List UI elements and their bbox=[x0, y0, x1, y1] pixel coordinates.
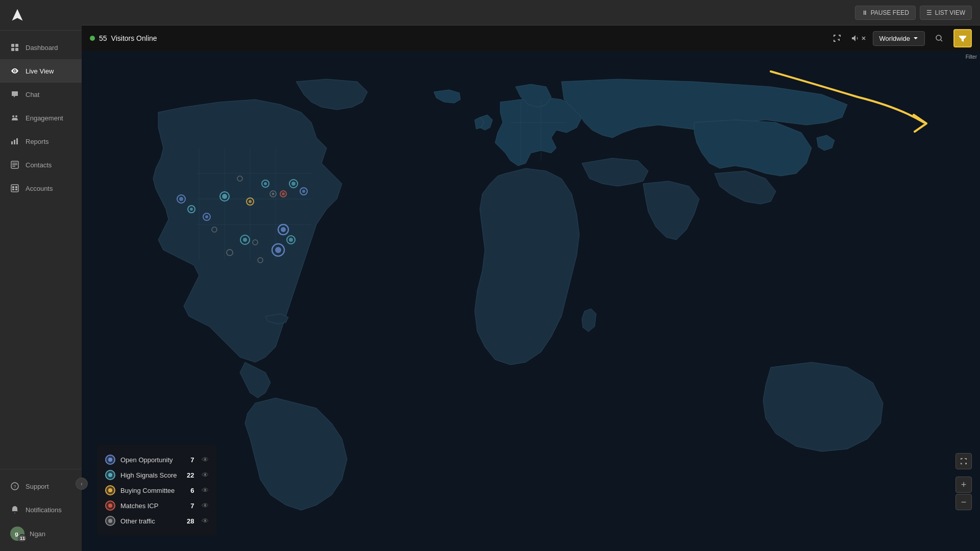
pause-icon: ⏸ bbox=[862, 9, 868, 16]
sidebar-item-label: Reports bbox=[26, 138, 49, 145]
sidebar-collapse-button[interactable]: ‹ bbox=[76, 478, 88, 490]
sidebar-item-contacts[interactable]: Contacts bbox=[0, 153, 82, 177]
zoom-controls: + − bbox=[955, 477, 972, 510]
svg-point-22 bbox=[936, 35, 941, 40]
sidebar-item-accounts[interactable]: Accounts bbox=[0, 177, 82, 200]
visitors-count: 55 bbox=[99, 34, 107, 42]
svg-rect-2 bbox=[15, 44, 18, 47]
svg-point-49 bbox=[282, 192, 285, 195]
legend-other-traffic-visibility[interactable]: 👁 bbox=[202, 517, 209, 525]
svg-rect-1 bbox=[11, 44, 14, 47]
legend-matches-icp-label: Matches ICP bbox=[120, 502, 158, 510]
svg-point-57 bbox=[264, 182, 267, 185]
sidebar-item-label: Chat bbox=[26, 91, 39, 98]
legend-high-signals-visibility[interactable]: 👁 bbox=[202, 471, 209, 479]
svg-point-43 bbox=[249, 200, 252, 203]
legend-high-signals-count: 22 bbox=[182, 471, 194, 479]
svg-rect-8 bbox=[11, 141, 13, 144]
filter-label: Filter bbox=[966, 54, 977, 60]
legend-other-traffic-icon bbox=[105, 516, 115, 526]
svg-point-35 bbox=[179, 197, 183, 201]
sidebar-item-live-view[interactable]: Live View bbox=[0, 59, 82, 83]
region-label: Worldwide bbox=[879, 35, 910, 42]
bell-icon bbox=[10, 505, 19, 514]
map-header-controls: Worldwide bbox=[829, 29, 972, 47]
fullscreen-button[interactable] bbox=[955, 453, 972, 469]
legend-matches-icp-icon bbox=[105, 500, 115, 511]
list-icon: ☰ bbox=[926, 9, 932, 16]
legend-open-opportunity-icon bbox=[105, 455, 115, 465]
sidebar-item-chat[interactable]: Chat bbox=[0, 83, 82, 106]
sidebar-item-label: Contacts bbox=[26, 161, 52, 169]
sidebar-item-reports[interactable]: Reports bbox=[0, 130, 82, 153]
sidebar-item-label: Notifications bbox=[26, 506, 62, 514]
sidebar-item-label: Live View bbox=[26, 67, 54, 75]
svg-rect-18 bbox=[12, 189, 14, 190]
sidebar-item-label: Engagement bbox=[26, 114, 63, 122]
legend-item-buying-committee: Buying Committee 6 👁 bbox=[105, 483, 209, 498]
sidebar-logo bbox=[0, 0, 82, 31]
svg-point-53 bbox=[289, 238, 293, 242]
user-badge: 11 bbox=[18, 534, 26, 542]
sidebar-item-label: Accounts bbox=[26, 185, 53, 192]
svg-point-41 bbox=[205, 215, 208, 218]
svg-rect-19 bbox=[15, 189, 17, 190]
question-icon: ? bbox=[10, 482, 19, 491]
svg-rect-9 bbox=[14, 140, 15, 144]
svg-point-39 bbox=[222, 194, 227, 199]
pause-feed-button[interactable]: ⏸ PAUSE FEED bbox=[855, 6, 916, 20]
search-button[interactable] bbox=[931, 30, 947, 46]
sidebar-item-label: Dashboard bbox=[26, 44, 58, 52]
legend-open-opportunity-visibility[interactable]: 👁 bbox=[202, 456, 209, 464]
username-label: Ngan bbox=[30, 530, 45, 538]
engagement-icon bbox=[10, 113, 19, 122]
zoom-out-button[interactable]: − bbox=[955, 494, 972, 510]
svg-rect-12 bbox=[12, 163, 17, 164]
region-selector[interactable]: Worldwide bbox=[873, 31, 925, 46]
filter-button[interactable] bbox=[953, 29, 972, 47]
sound-control[interactable] bbox=[851, 34, 867, 42]
legend-item-open-opportunity: Open Opportunity 7 👁 bbox=[105, 452, 209, 467]
legend-item-matches-icp: Matches ICP 7 👁 bbox=[105, 498, 209, 513]
map-header: 55 Visitors Online bbox=[82, 26, 980, 51]
legend-other-traffic-count: 28 bbox=[182, 517, 194, 525]
legend-open-opportunity-label: Open Opportunity bbox=[120, 456, 173, 464]
sidebar-item-engagement[interactable]: Engagement bbox=[0, 106, 82, 130]
svg-point-5 bbox=[14, 70, 16, 72]
svg-point-7 bbox=[15, 115, 17, 117]
contacts-icon bbox=[10, 160, 19, 169]
sidebar: Dashboard Live View Chat bbox=[0, 0, 82, 551]
eye-icon bbox=[10, 66, 19, 76]
sidebar-bottom: ? Support Notifications g. 11 Ngan bbox=[0, 469, 82, 551]
bar-chart-icon bbox=[10, 137, 19, 146]
sidebar-item-notifications[interactable]: Notifications bbox=[0, 498, 82, 521]
svg-point-6 bbox=[12, 115, 14, 117]
sidebar-item-label: Support bbox=[26, 483, 49, 490]
svg-marker-0 bbox=[12, 9, 23, 20]
svg-point-59 bbox=[272, 193, 275, 195]
sidebar-item-support[interactable]: ? Support bbox=[0, 474, 82, 498]
svg-point-37 bbox=[190, 208, 193, 211]
zoom-in-button[interactable]: + bbox=[955, 477, 972, 493]
legend-item-high-signals: High Signals Score 22 👁 bbox=[105, 467, 209, 483]
legend-buying-committee-visibility[interactable]: 👁 bbox=[202, 486, 209, 494]
svg-rect-3 bbox=[11, 48, 14, 51]
sidebar-item-dashboard[interactable]: Dashboard bbox=[0, 36, 82, 59]
legend-matches-icp-count: 7 bbox=[182, 502, 194, 510]
svg-rect-10 bbox=[16, 138, 18, 144]
user-profile[interactable]: g. 11 Ngan bbox=[0, 521, 82, 546]
svg-text:?: ? bbox=[13, 484, 16, 489]
list-view-button[interactable]: ☰ LIST VIEW bbox=[920, 6, 972, 20]
legend-other-traffic-label: Other traffic bbox=[120, 517, 155, 525]
fullscreen-icon[interactable] bbox=[829, 30, 845, 46]
svg-rect-13 bbox=[12, 164, 17, 165]
legend-high-signals-label: High Signals Score bbox=[120, 471, 177, 479]
legend-open-opportunity-count: 7 bbox=[182, 456, 194, 464]
legend-matches-icp-visibility[interactable]: 👁 bbox=[202, 502, 209, 510]
accounts-icon bbox=[10, 184, 19, 193]
sidebar-navigation: Dashboard Live View Chat bbox=[0, 31, 82, 469]
legend-item-other-traffic: Other traffic 28 👁 bbox=[105, 513, 209, 529]
legend-buying-committee-count: 6 bbox=[182, 487, 194, 494]
svg-rect-4 bbox=[15, 48, 18, 51]
legend-buying-committee-label: Buying Committee bbox=[120, 487, 175, 494]
